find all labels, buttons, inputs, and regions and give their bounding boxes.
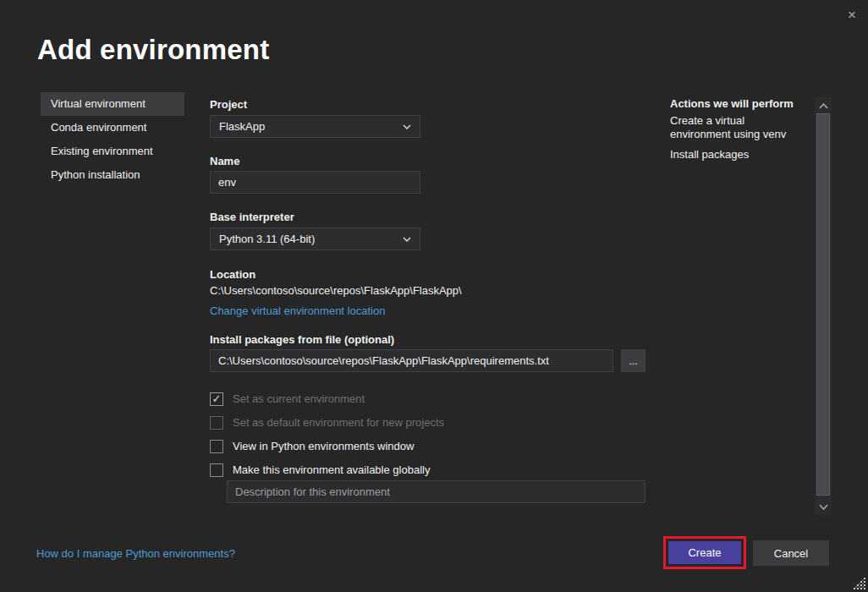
scrollbar-thumb[interactable] xyxy=(816,113,830,496)
location-path: C:\Users\contoso\source\repos\FlaskApp\F… xyxy=(210,284,462,297)
vertical-scrollbar[interactable] xyxy=(815,97,832,515)
browse-button[interactable]: ... xyxy=(621,349,646,372)
chevron-down-icon xyxy=(403,124,411,129)
name-input[interactable] xyxy=(210,171,420,194)
checkbox-label: Set as current environment xyxy=(233,392,365,405)
checkbox-available-globally[interactable] xyxy=(210,463,223,477)
actions-panel: Actions we will perform Create a virtual… xyxy=(670,97,804,168)
project-label: Project xyxy=(210,98,247,111)
cancel-button[interactable]: Cancel xyxy=(753,540,829,566)
dialog-title: Add environment xyxy=(37,34,269,66)
checkbox-row-set-as-default: Set as default environment for new proje… xyxy=(210,415,444,430)
actions-panel-title: Actions we will perform xyxy=(670,97,804,110)
chevron-down-icon xyxy=(403,237,411,242)
base-interpreter-dropdown[interactable]: Python 3.11 (64-bit) xyxy=(210,227,420,250)
resize-grip-icon[interactable] xyxy=(853,577,867,591)
scroll-up-icon[interactable] xyxy=(815,99,832,112)
project-dropdown[interactable]: FlaskApp xyxy=(210,115,420,138)
checkbox-view-in-window[interactable] xyxy=(210,440,223,453)
action-item: Install packages xyxy=(670,148,804,162)
location-label: Location xyxy=(210,268,255,281)
checkbox-label: Set as default environment for new proje… xyxy=(233,416,444,429)
action-item: Create a virtual environment using venv xyxy=(670,114,804,141)
add-environment-dialog: × Add environment Virtual environment Co… xyxy=(0,0,868,592)
close-icon[interactable]: × xyxy=(841,4,863,26)
checkbox-set-as-default[interactable] xyxy=(210,416,223,430)
checkbox-row-view-in-window: View in Python environments window xyxy=(210,439,414,453)
checkbox-label: Make this environment available globally xyxy=(233,463,430,476)
description-input[interactable] xyxy=(227,480,646,503)
sidebar-item-python-installation[interactable]: Python installation xyxy=(41,163,184,187)
red-highlight-annotation: Create xyxy=(663,536,746,569)
install-packages-label: Install packages from file (optional) xyxy=(210,333,394,346)
checkbox-set-as-current[interactable]: ✓ xyxy=(210,392,223,406)
change-location-link[interactable]: Change virtual environment location xyxy=(210,304,385,317)
base-interpreter-label: Base interpreter xyxy=(210,211,294,223)
environment-type-list: Virtual environment Conda environment Ex… xyxy=(41,92,184,187)
checkbox-label: View in Python environments window xyxy=(233,440,414,452)
checkbox-row-set-as-current: ✓ Set as current environment xyxy=(210,392,365,406)
scroll-down-icon[interactable] xyxy=(815,500,832,513)
sidebar-item-virtual-environment[interactable]: Virtual environment xyxy=(41,92,184,116)
base-interpreter-dropdown-value: Python 3.11 (64-bit) xyxy=(219,233,315,245)
checkbox-row-available-globally: Make this environment available globally xyxy=(210,463,430,477)
create-button[interactable]: Create xyxy=(668,541,741,564)
sidebar-item-conda-environment[interactable]: Conda environment xyxy=(41,116,184,140)
project-dropdown-value: FlaskApp xyxy=(219,120,265,133)
check-icon: ✓ xyxy=(212,393,222,404)
sidebar-item-existing-environment[interactable]: Existing environment xyxy=(41,140,184,163)
manage-environments-help-link[interactable]: How do I manage Python environments? xyxy=(36,547,235,560)
install-packages-input[interactable] xyxy=(210,349,613,372)
name-label: Name xyxy=(210,155,239,167)
